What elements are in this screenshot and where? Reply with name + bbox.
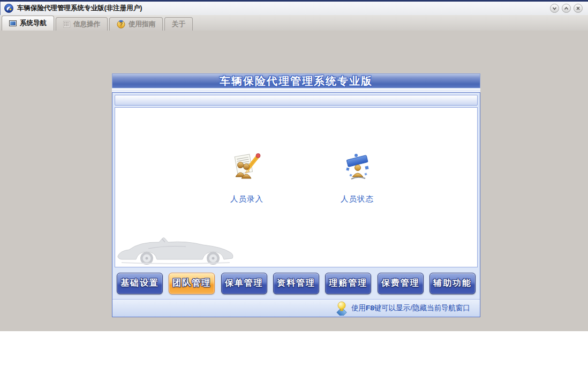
nav-button-row: 基础设置 团队管理 保单管理 资料管理 理赔管理 保费管理 辅助功能 (112, 267, 480, 299)
panel-title: 车辆保险代理管理系统专业版 (220, 74, 373, 88)
bulb-icon (335, 301, 348, 316)
maximize-button[interactable] (562, 4, 571, 13)
tab-label: 使用指南 (129, 20, 155, 29)
status-tip-text: 使用F8键可以显示/隐藏当前导航窗口 (351, 303, 470, 313)
title-bar: 车辆保险代理管理系统专业版(非注册用户) (0, 2, 588, 15)
personnel-entry-icon (233, 153, 261, 181)
tab-label: 信息操作 (73, 20, 100, 29)
window-title: 车辆保险代理管理系统专业版(非注册用户) (17, 4, 142, 13)
tab-label: 关于 (172, 20, 185, 29)
grid-icon (63, 21, 70, 28)
panel-body: 人员录入 (112, 92, 480, 317)
shortcut-personnel-status[interactable]: 人员状态 (331, 153, 383, 204)
nav-button-basic-settings[interactable]: 基础设置 (117, 273, 163, 294)
content-area: 人员录入 (115, 107, 478, 267)
nav-button-policy-management[interactable]: 保单管理 (221, 273, 267, 294)
close-icon (575, 5, 581, 11)
panel-header: 车辆保险代理管理系统专业版 (112, 73, 480, 88)
nav-button-premium-management[interactable]: 保费管理 (378, 273, 424, 294)
sports-car-image (116, 235, 235, 267)
shortcut-personnel-entry[interactable]: 人员录入 (221, 153, 273, 204)
nav-button-auxiliary-functions[interactable]: 辅助功能 (429, 273, 476, 294)
client-area: 车辆保险代理管理系统专业版 (0, 31, 588, 331)
close-button[interactable] (574, 4, 583, 13)
personnel-status-icon (343, 153, 371, 181)
window-controls (550, 4, 583, 13)
nav-button-claims-management[interactable]: 理赔管理 (325, 273, 371, 294)
shortcut-label: 人员录入 (221, 194, 273, 204)
tab-label: 系统导航 (20, 19, 47, 28)
tab-user-guide[interactable]: ? 使用指南 (109, 17, 163, 31)
app-window: 车辆保险代理管理系统专业版(非注册用户) 系统导航 信息操作 (0, 0, 588, 331)
nav-button-team-management[interactable]: 团队管理 (169, 273, 215, 294)
panel-divider (112, 88, 480, 92)
nav-button-data-management[interactable]: 资料管理 (273, 273, 319, 294)
tab-system-navigation[interactable]: 系统导航 (2, 16, 54, 31)
tab-about[interactable]: 关于 (164, 17, 193, 31)
status-bar: 使用F8键可以显示/隐藏当前导航窗口 (112, 299, 480, 317)
toolbar-strip (115, 95, 478, 106)
svg-text:?: ? (119, 21, 123, 27)
tab-info-operations[interactable]: 信息操作 (56, 17, 108, 31)
app-logo-icon (4, 4, 13, 13)
help-icon: ? (117, 20, 125, 28)
chevron-down-icon (552, 5, 557, 11)
chevron-up-icon (563, 5, 569, 11)
shortcut-label: 人员状态 (331, 194, 383, 204)
tab-bar: 系统导航 信息操作 ? 使用指南 关于 (0, 15, 588, 31)
monitor-icon (9, 20, 17, 26)
navigation-panel: 车辆保险代理管理系统专业版 (112, 73, 480, 317)
minimize-button[interactable] (550, 4, 559, 13)
